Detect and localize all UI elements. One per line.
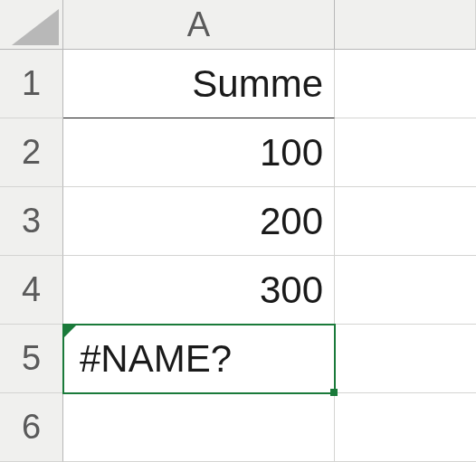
row-header-4[interactable]: 4 — [0, 256, 63, 325]
error-indicator-icon — [63, 325, 76, 338]
cell-A5[interactable]: #NAME? — [63, 325, 335, 393]
row-header-2[interactable]: 2 — [0, 118, 63, 187]
spreadsheet-grid: A 1 Summe 2 100 3 200 4 300 5 #NAME? 6 — [0, 0, 476, 462]
row-header-3[interactable]: 3 — [0, 187, 63, 256]
column-header-A[interactable]: A — [63, 0, 335, 50]
row-header-6[interactable]: 6 — [0, 393, 63, 462]
select-all-corner[interactable] — [0, 0, 63, 50]
cell-A2[interactable]: 100 — [63, 118, 335, 187]
cell-B6[interactable] — [335, 393, 476, 462]
cell-A5-value: #NAME? — [80, 337, 232, 381]
cell-B3[interactable] — [335, 187, 476, 256]
cell-B4[interactable] — [335, 256, 476, 325]
row-header-1[interactable]: 1 — [0, 50, 63, 118]
cell-B1[interactable] — [335, 50, 476, 118]
cell-A1[interactable]: Summe — [63, 50, 335, 118]
cell-A6[interactable] — [63, 393, 335, 462]
column-header-gutter — [335, 0, 476, 50]
cell-B2[interactable] — [335, 118, 476, 187]
cell-A3[interactable]: 200 — [63, 187, 335, 256]
cell-B5[interactable] — [335, 325, 476, 393]
fill-handle[interactable] — [330, 389, 338, 396]
row-header-5[interactable]: 5 — [0, 325, 63, 393]
cell-A4[interactable]: 300 — [63, 256, 335, 325]
